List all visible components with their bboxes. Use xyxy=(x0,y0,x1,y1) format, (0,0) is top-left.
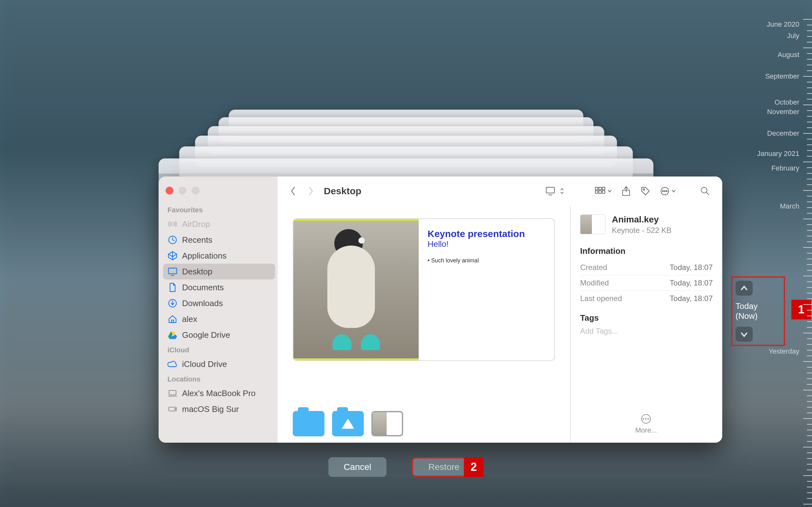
sidebar-item-alex-s-macbook-pro[interactable]: Alex's MacBook Pro xyxy=(163,385,275,401)
view-mode-button[interactable] xyxy=(592,184,615,198)
svg-rect-2 xyxy=(168,268,177,274)
timeline[interactable]: June 2020JulyAugustSeptemberOctoberNovem… xyxy=(739,6,812,501)
sidebar-item-downloads[interactable]: Downloads xyxy=(163,295,275,311)
back-button[interactable] xyxy=(287,184,300,198)
more-button[interactable]: ••• More... xyxy=(635,414,657,435)
sidebar-item-recents[interactable]: Recents xyxy=(163,232,275,248)
timeline-entry[interactable]: Yesterday xyxy=(768,347,799,355)
timeline-tick xyxy=(803,276,812,276)
sidebar-item-google-drive[interactable]: Google Drive xyxy=(163,327,275,343)
timeline-tick xyxy=(807,487,812,487)
timeline-tick xyxy=(807,401,812,402)
sidebar-item-macos-big-sur[interactable]: macOS Big Sur xyxy=(163,401,275,417)
timeline-tick xyxy=(807,213,812,214)
timeline-entry[interactable]: October xyxy=(774,98,799,107)
timeline-tick xyxy=(803,475,812,476)
timeline-entry[interactable]: March xyxy=(780,202,799,210)
preview-text: Keynote presentation Hello! • Such lovel… xyxy=(419,219,554,360)
main-pane: Desktop Keynote presentatio xyxy=(277,176,722,443)
timeline-tick xyxy=(807,145,812,145)
disk-icon xyxy=(167,404,177,414)
timeline-tick xyxy=(807,338,812,339)
timeline-entry[interactable]: December xyxy=(767,129,799,137)
timeline-tick xyxy=(807,196,812,196)
sidebar-item-label: Applications xyxy=(182,251,226,261)
timeline-tick xyxy=(807,110,812,111)
close-window-button[interactable] xyxy=(165,187,173,194)
timeline-tick xyxy=(807,287,812,288)
timeline-entry[interactable]: July xyxy=(787,32,799,40)
timeline-tick xyxy=(807,264,812,265)
sidebar-item-desktop[interactable]: Desktop xyxy=(163,264,275,279)
laptop-icon xyxy=(167,388,177,398)
timeline-tick xyxy=(807,202,812,202)
info-row: Last openedToday, 18:07 xyxy=(580,291,713,306)
tags-button[interactable] xyxy=(637,184,654,198)
finder-window: FavouritesAirDropRecentsApplicationsDesk… xyxy=(159,176,722,443)
sidebar-item-applications[interactable]: Applications xyxy=(163,248,275,264)
share-button[interactable] xyxy=(618,184,634,198)
timeline-tick xyxy=(807,207,812,208)
add-tags-field[interactable]: Add Tags... xyxy=(580,327,713,336)
sidebar-item-documents[interactable]: Documents xyxy=(163,279,275,295)
folder-thumbnail[interactable] xyxy=(293,411,324,436)
timeline-tick xyxy=(807,458,812,459)
timeline-tick xyxy=(807,184,812,185)
sidebar-item-label: alex xyxy=(182,314,197,324)
timeline-entry[interactable]: November xyxy=(767,108,799,116)
action-bar: Cancel Restore 2 xyxy=(328,457,484,477)
display-options-button[interactable] xyxy=(542,184,567,198)
action-menu-button[interactable] xyxy=(657,184,679,198)
forward-button[interactable] xyxy=(304,184,317,198)
slide-subtitle: Hello! xyxy=(427,239,545,249)
timeline-tick xyxy=(803,48,812,48)
clock-icon xyxy=(167,235,177,245)
svg-rect-17 xyxy=(595,187,598,190)
file-thumbnail-selected[interactable] xyxy=(371,411,403,436)
timeline-tick xyxy=(807,435,812,436)
svg-rect-18 xyxy=(599,187,601,190)
preview-column: Keynote presentation Hello! • Such lovel… xyxy=(277,206,570,443)
timeline-entry[interactable]: February xyxy=(771,164,799,172)
info-row: CreatedToday, 18:07 xyxy=(580,260,713,275)
info-filename: Animal.key xyxy=(612,215,671,225)
timeline-tick xyxy=(807,316,812,316)
info-row-value: Today, 18:07 xyxy=(670,263,713,272)
svg-rect-20 xyxy=(595,191,598,193)
timeline-entry[interactable]: June 2020 xyxy=(767,20,799,29)
info-row-value: Today, 18:07 xyxy=(670,294,713,303)
timeline-tick xyxy=(807,344,812,345)
svg-rect-6 xyxy=(171,320,173,323)
timeline-tick xyxy=(807,293,812,293)
timeline-entry[interactable]: August xyxy=(778,51,800,59)
svg-point-25 xyxy=(643,189,645,190)
svg-rect-21 xyxy=(599,191,601,193)
zoom-window-button[interactable] xyxy=(192,187,200,194)
timeline-entry[interactable]: January 2021 xyxy=(757,150,799,158)
ellipsis-icon: ••• xyxy=(641,414,651,424)
timeline-tick xyxy=(803,219,812,219)
desktop-icon xyxy=(167,267,177,277)
svg-rect-15 xyxy=(546,187,554,193)
tags-section-header: Tags xyxy=(580,313,713,323)
minimize-window-button[interactable] xyxy=(179,187,187,194)
info-row-key: Last opened xyxy=(580,294,622,303)
sidebar-item-icloud-drive[interactable]: iCloud Drive xyxy=(163,356,275,372)
sidebar-item-alex[interactable]: alex xyxy=(163,311,275,327)
folder-thumbnail-googledrive[interactable] xyxy=(332,411,364,436)
search-button[interactable] xyxy=(697,184,713,198)
svg-point-30 xyxy=(701,187,707,193)
timeline-tick xyxy=(807,321,812,322)
timeline-entry[interactable]: September xyxy=(765,72,799,80)
cancel-button[interactable]: Cancel xyxy=(328,457,386,477)
gdrive-icon xyxy=(167,330,177,340)
timeline-tick xyxy=(807,327,812,328)
timeline-tick xyxy=(807,42,812,43)
timeline-tick xyxy=(807,88,812,88)
content-area: Keynote presentation Hello! • Such lovel… xyxy=(277,206,722,443)
timeline-tick xyxy=(807,407,812,407)
sidebar-item-label: Downloads xyxy=(182,298,223,308)
timeline-tick xyxy=(807,116,812,117)
timeline-tick xyxy=(803,162,812,162)
timeline-tick xyxy=(807,241,812,242)
